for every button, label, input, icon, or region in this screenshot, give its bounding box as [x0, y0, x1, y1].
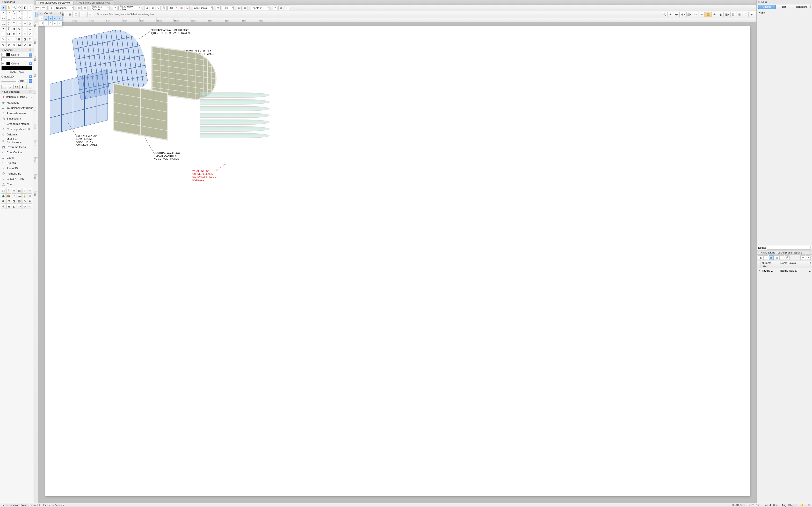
set-tool-item[interactable]: ◉Marionette: [0, 100, 34, 105]
close-icon[interactable]: ×: [39, 12, 41, 15]
visibility-tool[interactable]: 👁: [28, 37, 33, 42]
grid-button[interactable]: ▦: [179, 6, 184, 10]
tool-sl[interactable]: ⟋: [28, 32, 33, 37]
toolset-icon[interactable]: 💡: [22, 193, 27, 198]
locus-tool[interactable]: ✦: [1, 26, 6, 31]
set-tool-item[interactable]: ◜Arrotondamento: [0, 111, 34, 116]
toolset-icon[interactable]: ◉: [28, 199, 33, 204]
status-bell-icon[interactable]: 🔔: [800, 503, 804, 507]
sheets-button[interactable]: ▭: [83, 6, 88, 10]
snap-intersect-icon[interactable]: ⊗: [53, 16, 57, 20]
working-plane-item[interactable]: ◆ Imposta il Piano di Lav... ▸: [0, 94, 34, 100]
toolset-icon[interactable]: ⬒: [6, 204, 11, 209]
unified-split-button[interactable]: ▦: [243, 6, 248, 10]
nav-col-number[interactable]: Numero Tav...: [761, 261, 779, 268]
toolset-icon[interactable]: ⊞: [6, 199, 11, 204]
set-tool-item[interactable]: ⌇Crea superficie Loft: [0, 126, 34, 132]
layers-button[interactable]: ≡: [49, 6, 54, 10]
render-select[interactable]: Pianta 2D: [251, 6, 269, 10]
forward-button[interactable]: ⟹: [41, 6, 46, 10]
nav-settings-icon[interactable]: ▾: [806, 256, 811, 260]
walkthrough-tool[interactable]: ◧: [22, 5, 27, 10]
tool-misc6[interactable]: ⊕: [6, 42, 11, 47]
tool-dash[interactable]: ⋯: [28, 10, 33, 15]
shadow-slider[interactable]: [1, 80, 18, 81]
vincoli-palette[interactable]: × ·· Vincoli ? # ◻ ⊕ ⊗ ✕ ⟷ ⟍ ⊙ ◇ ⤢: [38, 11, 62, 26]
status-menu-icon[interactable]: ▤: [807, 503, 811, 507]
tool-misc10[interactable]: ▦: [28, 42, 33, 47]
quick-axis-button[interactable]: ◆▾: [674, 12, 679, 17]
toolset-icon[interactable]: ⬯: [28, 193, 33, 198]
fit-objects-button[interactable]: ⊞: [150, 6, 155, 10]
fit-page-button[interactable]: ⊡: [144, 6, 149, 10]
set-tool-item[interactable]: ◈Modifica Suddivisione: [0, 137, 34, 145]
rectangle-tool[interactable]: ▭: [1, 16, 6, 20]
tool-misc7[interactable]: ◈: [12, 42, 16, 47]
snap-grid-icon[interactable]: #: [39, 16, 44, 20]
close-icon[interactable]: ×: [758, 251, 760, 254]
snap-smart-icon[interactable]: ✕: [57, 16, 62, 20]
tool-angle[interactable]: ∠: [17, 32, 22, 37]
mirror-tool[interactable]: ⧒: [6, 32, 11, 37]
double-line-tool[interactable]: ▱: [17, 21, 22, 26]
set-tool-item[interactable]: ∿Curva NURBS: [0, 176, 34, 181]
rotation-angle[interactable]: 0,00°: [221, 6, 234, 10]
circle-tool[interactable]: ○: [12, 16, 16, 20]
standard-view-select[interactable]: Alto/Pianta: [193, 6, 213, 10]
nav-viewports-icon[interactable]: ▭: [779, 256, 784, 260]
close-icon[interactable]: ×: [38, 1, 39, 4]
document-tab[interactable]: × Multi-story curtainwall.vwx: [74, 0, 113, 5]
close-icon[interactable]: ×: [1, 49, 3, 51]
nav-sheets-icon[interactable]: ▦: [769, 256, 773, 260]
toolset-icon[interactable]: ◫: [17, 199, 22, 204]
marker-mid-button[interactable]: ⊂⊃: [14, 85, 20, 89]
fill-icon[interactable]: ╲: [1, 53, 5, 56]
more-button[interactable]: ▸: [284, 6, 289, 10]
triangle-tool[interactable]: △: [1, 21, 6, 26]
render-button[interactable]: ▦: [278, 6, 283, 10]
toolset-icon[interactable]: ⌂: [22, 188, 27, 193]
quick-rulers-button[interactable]: ≡: [699, 12, 705, 17]
tool-x2[interactable]: ✕: [22, 32, 27, 37]
quick-zoom-button[interactable]: ◨▾: [724, 12, 730, 17]
multiview-button[interactable]: ⊟: [185, 6, 190, 10]
toolset-icon[interactable]: ⟲: [17, 204, 22, 209]
zoom-out-button[interactable]: ⊖: [156, 6, 161, 10]
close-icon[interactable]: ×: [758, 0, 760, 3]
quick-search-button[interactable]: 🔍: [661, 12, 667, 17]
zoom-tool[interactable]: 🔍: [12, 5, 16, 10]
marker-next-button[interactable]: ▶: [20, 85, 26, 89]
nav-row[interactable]: ✓ Tavola-1 [Nome Tavola] 1: [757, 268, 812, 274]
flyover-tool[interactable]: ⟲: [17, 5, 22, 10]
nav-views-icon[interactable]: ◫: [774, 256, 779, 260]
arc-tool[interactable]: ⌒: [17, 10, 22, 15]
tool-eq[interactable]: ≋: [12, 32, 16, 37]
quick-scroll-button[interactable]: ▤: [705, 12, 711, 17]
toolset-icon[interactable]: ⬔: [12, 199, 16, 204]
nome-input[interactable]: [767, 246, 811, 249]
nav-layers-icon[interactable]: ≣: [763, 256, 768, 260]
save-view-button[interactable]: ✦: [113, 6, 117, 10]
set-tool-item[interactable]: ⬠Poligono 3D: [0, 171, 34, 176]
set-tool-item[interactable]: △Cono: [0, 181, 34, 187]
toolset-icon[interactable]: ⬢: [1, 199, 6, 204]
tool-misc4[interactable]: ⬔: [22, 37, 27, 42]
shadow-stepper[interactable]: ▾: [29, 79, 32, 83]
snap-datum-icon[interactable]: ◇: [53, 21, 57, 25]
marker-end-button[interactable]: —: [27, 85, 32, 89]
polygon-tool[interactable]: ⬠: [28, 16, 33, 20]
toolset-icon[interactable]: ⬚: [1, 188, 6, 193]
snap-dist-icon[interactable]: ⟷: [39, 21, 44, 25]
tool-misc1[interactable]: ◫: [22, 26, 27, 31]
quick-snap-button[interactable]: ⊕▾: [680, 12, 686, 17]
mode-button-6[interactable]: ⊟: [67, 12, 72, 17]
views-button[interactable]: ◫: [77, 6, 82, 10]
tool-arc2[interactable]: ◟: [1, 32, 6, 37]
mode-button-7[interactable]: ◫: [73, 12, 79, 17]
quick-show-button[interactable]: ◫▾: [686, 12, 692, 17]
mode-button-8[interactable]: ⟋: [79, 12, 85, 17]
tool-dot[interactable]: ·: [22, 10, 27, 15]
spring-tool[interactable]: ⌇: [12, 37, 16, 42]
class-select[interactable]: Nessuna: [55, 6, 74, 10]
toolset-icon[interactable]: ▭: [28, 188, 33, 193]
